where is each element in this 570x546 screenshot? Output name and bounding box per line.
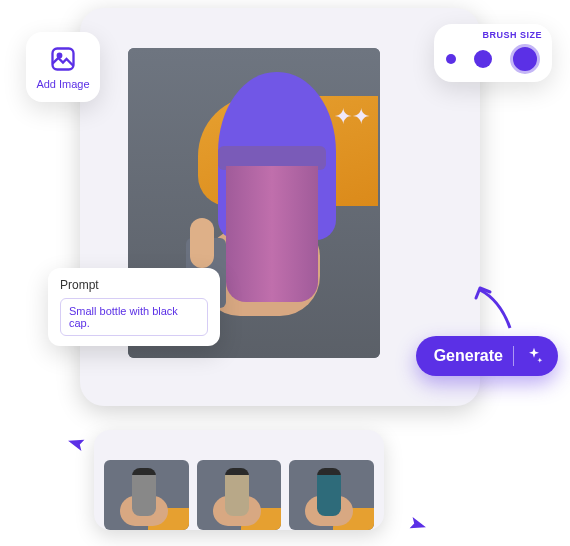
arrow-icon	[470, 280, 524, 334]
brush-size-medium[interactable]	[474, 50, 492, 68]
add-image-button[interactable]: Add Image	[26, 32, 100, 102]
cursor-icon	[400, 508, 430, 538]
image-icon	[49, 45, 77, 73]
brush-size-large[interactable]	[510, 44, 540, 74]
results-panel	[94, 430, 384, 530]
brush-size-small[interactable]	[446, 54, 456, 64]
result-thumbnail[interactable]	[289, 460, 374, 530]
divider	[513, 346, 514, 366]
sparkle-icon	[524, 346, 544, 366]
generate-button[interactable]: Generate	[416, 336, 558, 376]
prompt-card: Prompt Small bottle with black cap.	[48, 268, 220, 346]
add-image-label: Add Image	[36, 78, 89, 90]
brush-size-label: BRUSH SIZE	[444, 30, 542, 40]
result-thumbnail[interactable]	[197, 460, 282, 530]
result-thumbnail[interactable]	[104, 460, 189, 530]
brush-size-panel: BRUSH SIZE	[434, 24, 552, 82]
generate-label: Generate	[434, 347, 503, 365]
prompt-input[interactable]: Small bottle with black cap.	[60, 298, 208, 336]
prompt-title: Prompt	[60, 278, 208, 292]
image-cup	[218, 146, 326, 302]
sparkle-icon: ✦✦	[334, 104, 370, 130]
brush-size-options	[444, 44, 542, 74]
cursor-icon	[64, 430, 94, 460]
